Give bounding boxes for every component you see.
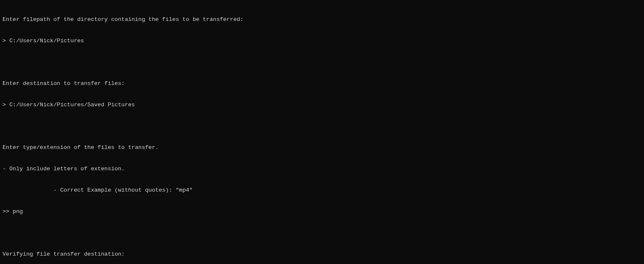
prompt-ext-label-2: - Only include letters of extension. xyxy=(3,165,641,172)
prompt-dest-label: Enter destination to transfer files: xyxy=(3,80,641,87)
prompt-ext-value: >> png xyxy=(3,208,641,215)
prompt-source-label: Enter filepath of the directory containi… xyxy=(3,16,641,23)
prompt-ext-label-3: - Correct Example (without quotes): "mp4… xyxy=(3,187,641,194)
prompt-source-value: > C:/Users/Nick/Pictures xyxy=(3,37,641,44)
prompt-dest-value: > C:/Users/Nick/Pictures/Saved Pictures xyxy=(3,101,641,108)
prompt-ext-label-1: Enter type/extension of the files to tra… xyxy=(3,144,641,151)
blank-line xyxy=(3,123,641,130)
verify-1-label: Verifying file transfer destination: xyxy=(3,251,641,258)
terminal-output[interactable]: Enter filepath of the directory containi… xyxy=(0,0,644,264)
blank-line xyxy=(3,59,641,66)
blank-line xyxy=(3,229,641,236)
